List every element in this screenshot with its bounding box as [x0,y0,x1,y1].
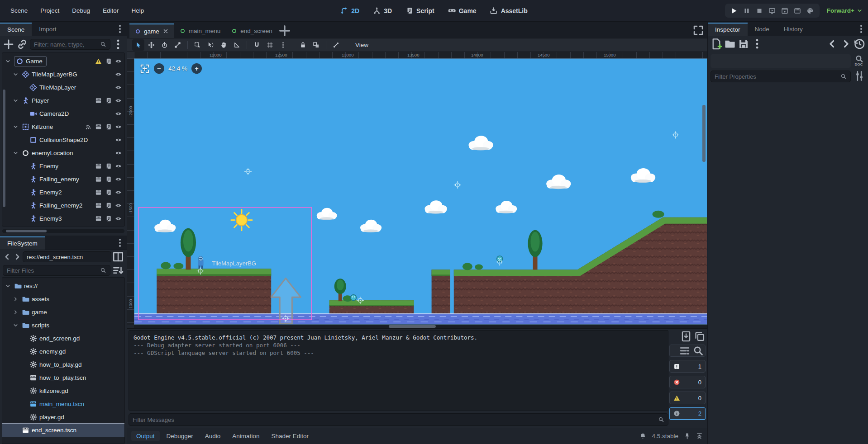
file-tree-row[interactable]: assets [2,293,124,306]
visibility-icon[interactable] [115,176,122,183]
visibility-icon[interactable] [115,123,122,130]
tab-scene[interactable]: Scene [0,23,32,36]
search-docs-button[interactable]: DOC [854,55,865,66]
scene-tree-row[interactable]: Enemy3 [2,212,124,225]
script-icon[interactable] [105,189,112,196]
group-icon[interactable] [95,189,102,196]
instance-scene-button[interactable] [16,39,28,50]
script-icon[interactable] [105,123,112,130]
group-icon[interactable] [95,202,102,209]
scene-tree-row[interactable]: Game [2,55,124,68]
new-resource-button[interactable] [711,38,722,49]
scene-tree-row[interactable]: Enemy2 [2,186,124,199]
visibility-icon[interactable] [115,97,122,104]
file-tree-row[interactable]: game [2,306,124,319]
filesystem-menu-button[interactable] [115,238,125,248]
output-log[interactable]: Godot Engine v4.5.stable.official (c) 20… [129,330,668,411]
clear-output-button[interactable] [680,331,692,341]
box-select-tool-button[interactable] [191,39,204,51]
new-scene-tab-button[interactable] [278,24,291,38]
script-icon[interactable] [105,202,112,209]
group-icon[interactable] [95,97,102,104]
collapse-arrow-icon[interactable] [5,58,11,64]
scene-tree-row[interactable]: Falling_enemy [2,173,124,186]
pin-panel-icon[interactable] [684,433,691,439]
movie-maker-button[interactable] [805,5,816,16]
filter-debug-messages-toggle[interactable]: 1 [669,360,706,373]
expand-arrow-icon[interactable] [13,309,19,315]
filter-messages-toggle[interactable]: 2 [669,407,706,420]
property-filter-input[interactable] [715,73,838,80]
visibility-icon[interactable] [115,150,122,156]
snap-grid-tool-button[interactable] [264,39,276,51]
file-tree-row[interactable]: end_screen.gd [2,332,124,345]
collapse-duplicates-button[interactable] [679,345,691,356]
visibility-icon[interactable] [115,84,122,91]
search-output-button[interactable] [692,345,704,356]
pause-button[interactable] [742,5,752,16]
menu-scene[interactable]: Scene [5,5,33,16]
resource-options-button[interactable] [751,38,763,49]
pick-tool-button[interactable] [205,39,217,51]
group-icon[interactable] [95,123,102,130]
play-scene-button[interactable] [780,5,790,16]
back-button[interactable] [3,252,12,262]
collapse-arrow-icon[interactable] [13,150,19,156]
switch-2d[interactable]: 2D [340,7,359,14]
file-tree-row[interactable]: killzone.gd [2,384,124,397]
scene-tree-scrollbar[interactable] [3,90,5,207]
visibility-icon[interactable] [115,110,122,117]
history-forward-button[interactable] [840,38,852,49]
script-icon[interactable] [105,163,112,170]
play-button[interactable] [729,5,739,16]
move-tool-button[interactable] [145,39,157,51]
file-tree-row[interactable]: res:// [2,279,124,293]
renderer-select[interactable]: Forward+ [827,7,863,14]
scene-filter-input[interactable] [34,41,97,48]
bottom-tab-shader-editor[interactable]: Shader Editor [266,431,314,441]
scene-tree-row[interactable]: CollisionShape2D [2,133,124,146]
remote-debug-button[interactable] [767,5,777,16]
collapse-arrow-icon[interactable] [13,322,19,328]
group-selected-tool-button[interactable] [310,39,322,51]
expand-panel-icon[interactable] [696,433,703,439]
file-filter-field[interactable] [3,265,110,276]
bottom-tab-output[interactable]: Output [131,431,160,441]
menu-project[interactable]: Project [34,5,65,16]
group-icon[interactable] [95,163,102,170]
zoom-out-button[interactable]: − [154,63,164,74]
add-node-button[interactable] [3,39,14,50]
view-menu-button[interactable]: View [350,42,374,48]
scene-tree-row[interactable]: Enemy [2,160,124,173]
signal-icon[interactable] [85,123,92,130]
property-options-button[interactable] [854,71,865,81]
file-tree-row[interactable]: how_to_play.tscn [2,371,124,384]
filter-messages-field[interactable] [129,413,668,426]
scene-tree-row[interactable]: TileMapLayer [2,81,124,94]
group-icon[interactable] [95,215,102,222]
expand-arrow-icon[interactable] [13,296,19,302]
scene-tree-row[interactable]: Killzone [2,120,124,133]
close-icon[interactable] [162,28,169,34]
tab-history[interactable]: History [777,23,810,36]
scene-tab-end_screen[interactable]: end_screen [226,24,278,38]
rotate-tool-button[interactable] [158,39,171,51]
snap-magnet-tool-button[interactable] [251,39,263,51]
scene-tab-game[interactable]: game [129,24,174,38]
switch-assetlib[interactable]: AssetLib [490,7,528,14]
viewport-vscrollbar[interactable] [702,105,706,162]
menu-debug[interactable]: Debug [66,5,96,16]
bottom-tab-animation[interactable]: Animation [227,431,264,441]
scene-tree-menu-button[interactable] [112,39,124,50]
script-icon[interactable] [105,215,112,222]
inspector-menu-button[interactable] [856,24,866,34]
switch-script[interactable]: Script [405,7,434,14]
property-filter-field[interactable] [711,71,851,82]
file-tree-row[interactable]: how_to_play.gd [2,358,124,371]
visibility-icon[interactable] [115,163,122,170]
measure-tool-button[interactable] [231,39,243,51]
collapse-arrow-icon[interactable] [13,71,19,77]
bottom-tab-audio[interactable]: Audio [200,431,226,441]
save-resource-button[interactable] [738,38,749,49]
file-tree-row[interactable]: main_menu.tscn [2,397,124,411]
